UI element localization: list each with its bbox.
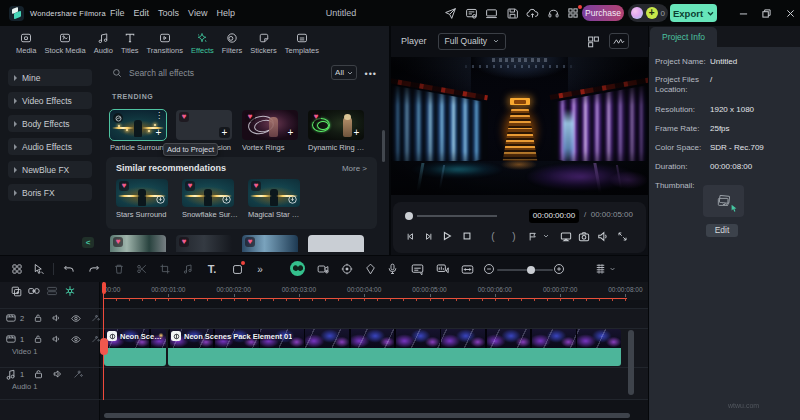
add-effect-button[interactable]: + (285, 127, 296, 138)
timeline-horizontal-scrollbar[interactable] (104, 413, 630, 418)
card-menu-icon[interactable]: ⋮ (155, 111, 163, 120)
zoom-out-icon[interactable] (482, 262, 496, 276)
effect-card-partial[interactable]: ♥ (110, 235, 166, 252)
tab-effects-active[interactable]: Effects (187, 32, 218, 55)
next-frame-button[interactable] (420, 231, 436, 242)
tab-filters[interactable]: Filters (218, 32, 246, 55)
display-icon[interactable] (485, 7, 498, 20)
download-icon[interactable] (288, 195, 297, 204)
track-manager-chevron-icon[interactable] (608, 262, 616, 276)
sidebar-item-audio-effects[interactable]: Audio Effects (8, 138, 92, 155)
zoom-slider-handle[interactable] (527, 266, 535, 274)
menu-edit[interactable]: Edit (134, 5, 150, 21)
menu-tools[interactable]: Tools (158, 5, 179, 21)
audio-mixer-icon[interactable] (435, 262, 449, 276)
previous-frame-button[interactable] (402, 231, 418, 242)
quality-dropdown[interactable]: Full Quality (438, 33, 506, 50)
timeline-clip-neon-scenes[interactable]: Neon Scenes (104, 329, 166, 366)
ai-credits-pill[interactable]: + 0 (628, 4, 668, 22)
tab-stickers[interactable]: Stickers (246, 32, 281, 55)
timeline-ruler[interactable]: 00:0000:00:01:0000:00:02:0000:00:03:0000… (101, 282, 648, 300)
filter-all-dropdown[interactable]: All (331, 65, 357, 80)
timeline-clip-neon-scenes-pack[interactable]: Neon Scenes Pack Element 01 (168, 329, 621, 366)
cloud-upload-icon[interactable] (526, 7, 539, 20)
tab-stock-media[interactable]: Stock Media (40, 32, 89, 55)
menu-view[interactable]: View (188, 5, 207, 21)
tab-media[interactable]: Media (12, 32, 40, 55)
effect-card-partial[interactable]: ♥ (176, 235, 232, 252)
export-button[interactable]: Export (670, 4, 717, 22)
seek-handle[interactable] (405, 212, 413, 220)
redo-icon[interactable] (87, 262, 101, 276)
tab-audio[interactable]: Audio (90, 32, 117, 55)
restore-button[interactable] (755, 0, 777, 26)
mirror-display-button[interactable] (558, 231, 574, 242)
apps-grid-icon[interactable] (567, 7, 580, 20)
motion-track-icon[interactable] (340, 262, 354, 276)
screen-record-icon[interactable] (230, 262, 244, 276)
minimize-button[interactable] (732, 0, 754, 26)
effect-card-stars-surround[interactable]: ♥ Stars Surround (116, 179, 168, 219)
close-button[interactable] (779, 0, 800, 26)
more-link[interactable]: More > (342, 164, 367, 173)
effect-card-particle-surround[interactable]: ⋮ + Particle Surround (110, 110, 166, 152)
video-preview[interactable] (391, 57, 648, 195)
link-clips-icon[interactable] (28, 286, 40, 296)
playhead-head[interactable] (102, 282, 106, 294)
add-track-icon[interactable] (11, 286, 22, 297)
sidebar-collapse-button[interactable]: < (82, 237, 94, 248)
delete-icon[interactable] (112, 262, 126, 276)
media-layout-icon[interactable] (10, 262, 24, 276)
save-icon[interactable] (506, 7, 519, 20)
edit-button[interactable]: Edit (706, 224, 738, 237)
download-icon[interactable] (156, 195, 165, 204)
effect-card-magical-star[interactable]: ♥ Magical Star Surround (248, 179, 300, 219)
share-icon[interactable] (444, 7, 457, 20)
tab-templates[interactable]: Templates (281, 32, 323, 55)
voiceover-mic-icon[interactable] (385, 262, 399, 276)
menu-help[interactable]: Help (216, 5, 235, 21)
select-tool-icon[interactable] (32, 262, 46, 276)
track-lane-video2[interactable] (101, 308, 648, 328)
support-icon[interactable] (547, 7, 560, 20)
snap-toggle-icon[interactable] (64, 285, 76, 297)
subtitle-icon[interactable] (410, 262, 424, 276)
effect-card-partial[interactable]: ♥ (242, 235, 298, 252)
play-button[interactable] (439, 230, 455, 242)
grid-overlay-icon[interactable] (587, 35, 600, 48)
track-lane-audio1[interactable] (101, 367, 648, 399)
sidebar-item-body-effects[interactable]: Body Effects (8, 115, 92, 132)
undo-icon[interactable] (62, 262, 76, 276)
tab-transitions[interactable]: Transitions (143, 32, 187, 55)
sidebar-item-newblue-fx[interactable]: NewBlue FX (8, 161, 92, 178)
effect-card-vortex-rings[interactable]: ♥ + Vortex Rings (242, 110, 298, 152)
sidebar-item-mine[interactable]: Mine (8, 69, 92, 86)
timeline-zoom-slider[interactable] (497, 269, 553, 271)
mark-in-button[interactable]: ( (485, 231, 501, 242)
playhead-grip[interactable] (100, 338, 108, 355)
purchase-button[interactable]: Purchase (582, 5, 624, 21)
tab-titles[interactable]: Titles (117, 32, 143, 55)
beat-detect-icon[interactable] (181, 262, 195, 276)
volume-button[interactable] (595, 231, 611, 242)
fullscreen-button[interactable] (614, 231, 630, 242)
ai-mask-tool-icon[interactable] (290, 261, 305, 276)
effect-card-partial[interactable] (308, 235, 364, 252)
effect-card-snowflake-surround[interactable]: ♥ Snowflake Surround (182, 179, 234, 219)
sidebar-item-boris-fx[interactable]: Boris FX (8, 184, 92, 201)
more-options-icon[interactable]: ••• (365, 69, 377, 79)
render-options-chevron-icon[interactable] (542, 234, 550, 238)
keyframe-icon[interactable] (363, 262, 377, 276)
project-thumbnail[interactable] (703, 185, 744, 217)
mark-out-button[interactable]: ) (506, 231, 522, 242)
render-preview-button[interactable] (524, 231, 540, 242)
effects-scrollbar[interactable] (382, 130, 385, 162)
download-icon[interactable] (222, 195, 231, 204)
sidebar-item-video-effects[interactable]: Video Effects (8, 92, 92, 109)
crop-icon[interactable] (158, 262, 172, 276)
current-timecode[interactable]: 00:00:00:00 (529, 209, 579, 223)
snapshot-button[interactable] (576, 231, 592, 242)
add-effect-button[interactable]: + (219, 127, 230, 138)
auto-ripple-icon[interactable] (460, 262, 474, 276)
speed-ramp-icon[interactable] (316, 262, 330, 276)
